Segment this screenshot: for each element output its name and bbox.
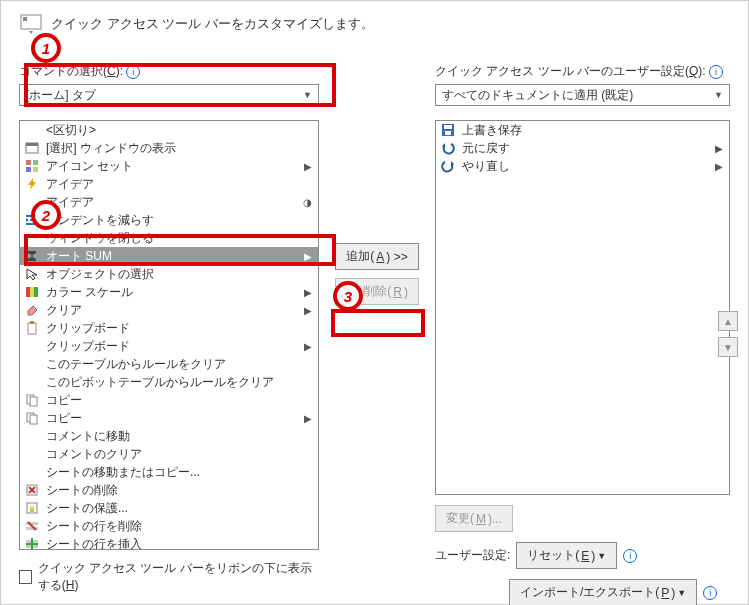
list-item[interactable]: コメントのクリア bbox=[20, 445, 318, 463]
list-item[interactable]: ウィンドウを閉じる bbox=[20, 229, 318, 247]
blank-icon bbox=[24, 446, 40, 462]
list-item[interactable]: [選択] ウィンドウの表示 bbox=[20, 139, 318, 157]
list-item-label: シートの行を削除 bbox=[46, 518, 314, 535]
sigma-icon bbox=[24, 248, 40, 264]
list-item[interactable]: オブジェクトの選択 bbox=[20, 265, 318, 283]
row-del-icon bbox=[24, 518, 40, 534]
list-item[interactable]: シートの保護... bbox=[20, 499, 318, 517]
reset-button[interactable]: リセット(E) ▼ bbox=[516, 542, 617, 569]
list-item[interactable]: インデントを減らす bbox=[20, 211, 318, 229]
svg-rect-3 bbox=[26, 143, 38, 146]
list-item[interactable]: このピボットテーブルからルールをクリア bbox=[20, 373, 318, 391]
lightning-icon bbox=[24, 176, 40, 192]
list-item[interactable]: 上書き保存 bbox=[436, 121, 729, 139]
blank-icon bbox=[24, 338, 40, 354]
help-icon[interactable]: i bbox=[709, 65, 723, 79]
submenu-arrow-icon: ▶ bbox=[715, 143, 725, 154]
list-item-label: コメントのクリア bbox=[46, 446, 314, 463]
svg-rect-7 bbox=[33, 167, 38, 172]
list-item-label: オート SUM bbox=[46, 248, 298, 265]
svg-rect-28 bbox=[444, 125, 452, 129]
svg-rect-10 bbox=[34, 287, 38, 297]
list-item-label: コピー bbox=[46, 392, 314, 409]
list-item[interactable]: コピー▶ bbox=[20, 409, 318, 427]
list-item[interactable]: 元に戻す▶ bbox=[436, 139, 729, 157]
list-item[interactable]: シートの削除 bbox=[20, 481, 318, 499]
list-item-label: クリップボード bbox=[46, 320, 314, 337]
list-item[interactable]: シートの行を削除 bbox=[20, 517, 318, 535]
list-item[interactable]: やり直し▶ bbox=[436, 157, 729, 175]
submenu-arrow-icon: ▶ bbox=[304, 287, 314, 298]
blank-icon bbox=[24, 122, 40, 138]
list-item-label: このピボットテーブルからルールをクリア bbox=[46, 374, 314, 391]
left-panel: コマンドの選択(C): i [ホーム] タブ ▼ <区切り>[選択] ウィンドウ… bbox=[19, 63, 319, 605]
list-item[interactable]: アイデア bbox=[20, 175, 318, 193]
chevron-down-icon: ▼ bbox=[677, 588, 686, 598]
list-item[interactable]: このテーブルからルールをクリア bbox=[20, 355, 318, 373]
list-item[interactable]: クリア▶ bbox=[20, 301, 318, 319]
list-item[interactable]: アイコン セット▶ bbox=[20, 157, 318, 175]
select-value: [ホーム] タブ bbox=[26, 87, 96, 104]
list-item-label: クリップボード bbox=[46, 338, 298, 355]
grid-icon bbox=[24, 158, 40, 174]
list-item-label: オブジェクトの選択 bbox=[46, 266, 314, 283]
list-item[interactable]: オート SUM▶ bbox=[20, 247, 318, 265]
sheet-lock-icon bbox=[24, 500, 40, 516]
customize-icon bbox=[19, 13, 43, 35]
row-ins-icon bbox=[24, 536, 40, 550]
add-button[interactable]: 追加(A) >> bbox=[335, 243, 418, 270]
submenu-circle-icon: ◑ bbox=[303, 197, 314, 208]
list-item[interactable]: シートの移動またはコピー... bbox=[20, 463, 318, 481]
list-item[interactable]: カラー スケール▶ bbox=[20, 283, 318, 301]
customize-qat-select[interactable]: すべてのドキュメントに適用 (既定) ▼ bbox=[435, 84, 730, 106]
list-item[interactable]: クリップボード▶ bbox=[20, 337, 318, 355]
commands-listbox[interactable]: <区切り>[選択] ウィンドウの表示アイコン セット▶アイデアアイデア◑インデン… bbox=[19, 120, 319, 550]
svg-rect-11 bbox=[28, 323, 36, 334]
move-up-button[interactable]: ▲ bbox=[718, 311, 738, 331]
list-item-label: クリア bbox=[46, 302, 298, 319]
list-item[interactable]: <区切り> bbox=[20, 121, 318, 139]
list-item-label: シートの削除 bbox=[46, 482, 314, 499]
list-item-label: <区切り> bbox=[46, 122, 314, 139]
list-item-label: 上書き保存 bbox=[462, 122, 725, 139]
list-item[interactable]: クリップボード bbox=[20, 319, 318, 337]
submenu-arrow-icon: ▶ bbox=[715, 161, 725, 172]
blank-icon bbox=[24, 230, 40, 246]
submenu-arrow-icon: ▶ bbox=[304, 251, 314, 262]
copy-icon bbox=[24, 392, 40, 408]
blank-icon bbox=[24, 428, 40, 444]
show-below-ribbon-checkbox[interactable]: クイック アクセス ツール バーをリボンの下に表示する(H) bbox=[19, 560, 319, 594]
chevron-down-icon: ▼ bbox=[597, 551, 606, 561]
svg-rect-21 bbox=[30, 508, 34, 512]
list-item-label: アイデア bbox=[46, 194, 297, 211]
submenu-arrow-icon: ▶ bbox=[304, 305, 314, 316]
submenu-arrow-icon: ▶ bbox=[304, 161, 314, 172]
svg-rect-8 bbox=[26, 287, 30, 297]
import-export-button[interactable]: インポート/エクスポート(P) ▼ bbox=[509, 579, 697, 605]
sheet-del-icon bbox=[24, 482, 40, 498]
qat-listbox[interactable]: 上書き保存元に戻す▶やり直し▶ bbox=[435, 120, 730, 495]
list-item-label: やり直し bbox=[462, 158, 709, 175]
list-item[interactable]: シートの行を挿入 bbox=[20, 535, 318, 550]
checkbox-icon bbox=[19, 570, 32, 584]
help-icon[interactable]: i bbox=[623, 549, 637, 563]
list-item[interactable]: アイデア◑ bbox=[20, 193, 318, 211]
modify-button[interactable]: 変更(M)... bbox=[435, 505, 513, 532]
svg-rect-5 bbox=[33, 160, 38, 165]
choose-commands-select[interactable]: [ホーム] タブ ▼ bbox=[19, 84, 319, 106]
help-icon[interactable]: i bbox=[126, 65, 140, 79]
help-icon[interactable]: i bbox=[703, 586, 717, 600]
svg-rect-29 bbox=[445, 131, 451, 135]
list-item[interactable]: コピー bbox=[20, 391, 318, 409]
arrow-icon bbox=[24, 266, 40, 282]
list-item[interactable]: コメントに移動 bbox=[20, 427, 318, 445]
page-title: クイック アクセス ツール バーをカスタマイズします。 bbox=[51, 15, 374, 33]
select-value: すべてのドキュメントに適用 (既定) bbox=[442, 87, 633, 104]
window-icon bbox=[24, 140, 40, 156]
choose-commands-label: コマンドの選択(C): i bbox=[19, 63, 319, 80]
page-header: クイック アクセス ツール バーをカスタマイズします。 bbox=[19, 13, 730, 35]
palette-icon bbox=[24, 284, 40, 300]
svg-rect-14 bbox=[30, 397, 37, 406]
list-item-label: このテーブルからルールをクリア bbox=[46, 356, 314, 373]
move-down-button[interactable]: ▼ bbox=[718, 337, 738, 357]
